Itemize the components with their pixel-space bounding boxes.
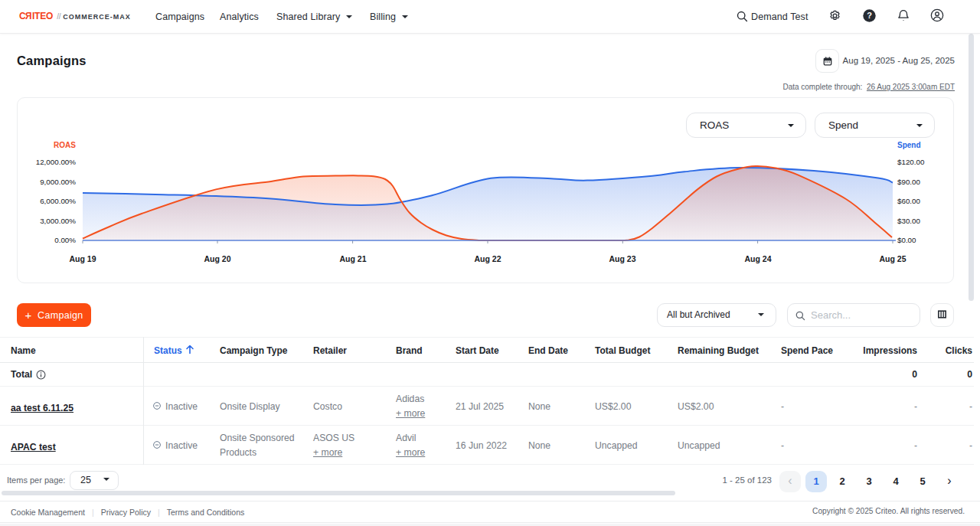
svg-text:?: ?: [867, 11, 872, 20]
